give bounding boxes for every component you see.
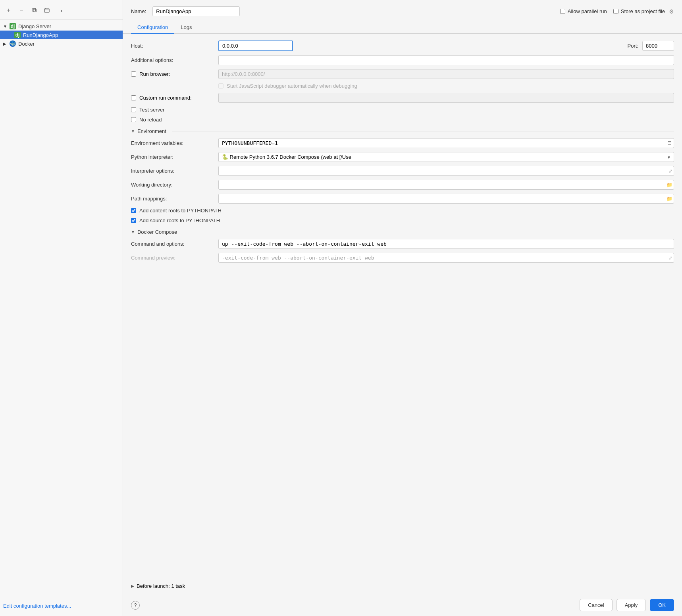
command-preview-wrapper: ⤢ bbox=[218, 253, 674, 263]
working-directory-wrapper: 📁 bbox=[218, 180, 674, 190]
run-browser-checkbox[interactable] bbox=[131, 71, 136, 77]
js-debugger-label: Start JavaScript debugger automatically … bbox=[227, 83, 357, 89]
env-edit-icon[interactable]: ☰ bbox=[667, 141, 672, 146]
working-directory-row: Working directory: 📁 bbox=[131, 180, 674, 190]
docker-compose-section-header: ▼ Docker Compose bbox=[131, 229, 674, 235]
docker-label: Docker bbox=[18, 41, 35, 47]
python-interpreter-select[interactable]: 🐍 Remote Python 3.6.7 Docker Compose (we… bbox=[218, 152, 674, 162]
main-content: Name: Allow parallel run Store as projec… bbox=[123, 0, 682, 616]
python-interpreter-label: Python interpreter: bbox=[131, 154, 218, 160]
docker-chevron: ▶ bbox=[3, 42, 8, 46]
interpreter-options-row: Interpreter options: ⤢ bbox=[131, 166, 674, 176]
port-label: Port: bbox=[628, 43, 638, 49]
cancel-button[interactable]: Cancel bbox=[580, 599, 612, 611]
form-area: Host: Port: Additional options: Run brow… bbox=[123, 34, 682, 578]
env-variables-label: Environment variables: bbox=[131, 140, 218, 146]
sidebar: + − ⧉ ▼ dj Django Server dj RunDjangoApp… bbox=[0, 0, 123, 616]
run-browser-row: Run browser: bbox=[131, 69, 674, 79]
path-mappings-input[interactable] bbox=[218, 194, 674, 204]
js-debugger-checkbox bbox=[218, 83, 223, 89]
interpreter-options-label: Interpreter options: bbox=[131, 168, 218, 174]
no-reload-label: No reload bbox=[139, 117, 162, 123]
sort-button[interactable] bbox=[54, 5, 65, 16]
add-button[interactable]: + bbox=[3, 5, 14, 16]
custom-run-input[interactable] bbox=[218, 93, 674, 103]
additional-options-label: Additional options: bbox=[131, 57, 218, 63]
add-content-roots-row: Add content roots to PYTHONPATH bbox=[131, 208, 674, 214]
before-launch-section[interactable]: ▶ Before launch: 1 task bbox=[123, 578, 682, 594]
tab-configuration[interactable]: Configuration bbox=[131, 21, 174, 34]
folder-browse-icon[interactable]: 📁 bbox=[667, 182, 672, 188]
command-options-row: Command and options: bbox=[131, 239, 674, 249]
folder-button[interactable] bbox=[41, 5, 52, 16]
sidebar-toolbar: + − ⧉ bbox=[0, 3, 123, 19]
tab-logs[interactable]: Logs bbox=[174, 21, 198, 34]
store-project-label: Store as project file bbox=[621, 8, 665, 14]
command-preview-row: Command preview: ⤢ bbox=[131, 253, 674, 263]
help-button[interactable]: ? bbox=[131, 601, 140, 610]
environment-chevron[interactable]: ▼ bbox=[131, 129, 135, 133]
command-preview-input bbox=[218, 253, 674, 263]
env-variables-input[interactable] bbox=[218, 138, 674, 148]
test-server-label: Test server bbox=[139, 107, 165, 113]
name-input[interactable] bbox=[152, 6, 240, 16]
interpreter-options-input[interactable] bbox=[218, 166, 674, 176]
working-directory-input[interactable] bbox=[218, 180, 674, 190]
command-options-wrapper bbox=[218, 239, 674, 249]
path-mappings-row: Path mappings: 📁 bbox=[131, 194, 674, 204]
python-interpreter-row: Python interpreter: 🐍 Remote Python 3.6.… bbox=[131, 152, 674, 162]
add-source-roots-checkbox[interactable] bbox=[131, 218, 136, 223]
django-server-label: Django Server bbox=[18, 23, 51, 29]
sidebar-item-django-server[interactable]: ▼ dj Django Server bbox=[0, 22, 123, 31]
edit-templates-link[interactable]: Edit configuration templates... bbox=[0, 599, 123, 613]
docker-icon: 🐳 bbox=[10, 40, 16, 47]
no-reload-checkbox[interactable] bbox=[131, 117, 136, 122]
interpreter-options-wrapper: ⤢ bbox=[218, 166, 674, 176]
command-options-label: Command and options: bbox=[131, 241, 218, 247]
path-mappings-label: Path mappings: bbox=[131, 196, 218, 202]
custom-run-command-row: Custom run command: bbox=[131, 93, 674, 103]
run-browser-input[interactable] bbox=[218, 69, 674, 79]
python-interpreter-wrapper: 🐍 Remote Python 3.6.7 Docker Compose (we… bbox=[218, 152, 674, 162]
sidebar-item-docker[interactable]: ▶ 🐳 Docker bbox=[0, 39, 123, 48]
working-directory-label: Working directory: bbox=[131, 182, 218, 188]
test-server-row: Test server bbox=[131, 107, 674, 113]
expand-icon[interactable]: ⤢ bbox=[669, 168, 672, 174]
run-app-icon: dj bbox=[14, 32, 21, 38]
env-variables-row: Environment variables: ☰ bbox=[131, 138, 674, 148]
add-content-roots-label: Add content roots to PYTHONPATH bbox=[139, 208, 222, 214]
host-input[interactable] bbox=[218, 40, 293, 51]
additional-options-row: Additional options: bbox=[131, 55, 674, 65]
ok-button[interactable]: OK bbox=[650, 599, 674, 611]
path-mappings-wrapper: 📁 bbox=[218, 194, 674, 204]
docker-compose-chevron[interactable]: ▼ bbox=[131, 230, 135, 234]
port-input[interactable] bbox=[642, 41, 674, 51]
host-input-wrapper bbox=[218, 40, 620, 51]
header-row: Name: Allow parallel run Store as projec… bbox=[123, 0, 682, 21]
path-mappings-browse-icon[interactable]: 📁 bbox=[667, 196, 672, 202]
add-source-roots-row: Add source roots to PYTHONPATH bbox=[131, 218, 674, 223]
custom-run-checkbox[interactable] bbox=[131, 95, 136, 100]
bottom-bar: ? Cancel Apply OK bbox=[123, 594, 682, 616]
test-server-checkbox[interactable] bbox=[131, 107, 136, 112]
gear-icon[interactable]: ⚙ bbox=[669, 8, 674, 15]
environment-section-label: Environment bbox=[137, 128, 166, 134]
add-content-roots-checkbox[interactable] bbox=[131, 208, 136, 213]
allow-parallel-checkbox[interactable] bbox=[560, 9, 565, 14]
command-options-input[interactable] bbox=[218, 239, 674, 249]
port-group: Port: bbox=[628, 41, 674, 51]
before-launch-label: Before launch: 1 task bbox=[137, 583, 185, 589]
django-server-chevron: ▼ bbox=[3, 24, 8, 29]
add-source-roots-label: Add source roots to PYTHONPATH bbox=[139, 218, 220, 223]
name-label: Name: bbox=[131, 8, 146, 14]
apply-button[interactable]: Apply bbox=[616, 599, 646, 611]
allow-parallel-label: Allow parallel run bbox=[568, 8, 607, 14]
additional-options-input[interactable] bbox=[218, 55, 674, 65]
store-project-checkbox[interactable] bbox=[613, 9, 618, 14]
command-preview-expand-icon[interactable]: ⤢ bbox=[669, 255, 672, 261]
copy-button[interactable]: ⧉ bbox=[29, 5, 40, 16]
remove-button[interactable]: − bbox=[16, 5, 27, 16]
django-server-icon: dj bbox=[10, 23, 16, 29]
svg-rect-0 bbox=[44, 9, 49, 12]
sidebar-item-run-django-app[interactable]: dj RunDjangoApp bbox=[0, 31, 123, 39]
